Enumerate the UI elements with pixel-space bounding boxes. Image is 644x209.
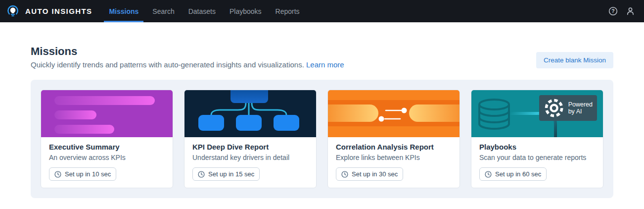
setup-time-label: Set up in 15 sec	[208, 170, 254, 178]
gear-icon	[543, 97, 565, 119]
clock-icon	[485, 171, 492, 178]
svg-text:?: ?	[611, 8, 614, 14]
correlation-analysis-art	[328, 90, 460, 137]
nav-item-playbooks[interactable]: Playbooks	[230, 0, 262, 22]
mission-templates-panel: Executive Summary An overview across KPI…	[31, 80, 613, 198]
card-description: Understand key drivers in detail	[192, 154, 308, 161]
page-header-text: Missions Quickly identify trends and pat…	[31, 45, 344, 69]
playbooks-art: Powered by AI	[471, 90, 603, 137]
card-title: Playbooks	[479, 143, 595, 151]
nav-item-search[interactable]: Search	[152, 0, 174, 22]
card-correlation-analysis[interactable]: Correlation Analysis Report Explore link…	[327, 90, 460, 188]
powered-by-ai-label: Powered by AI	[568, 101, 593, 115]
top-nav: AUTO INSIGHTS Missions Search Datasets P…	[0, 0, 644, 22]
card-kpi-deep-dive[interactable]: KPI Deep Dive Report Understand key driv…	[184, 90, 317, 188]
card-playbooks[interactable]: Powered by AI Playbooks Scan your data t…	[471, 90, 603, 188]
nav-item-reports[interactable]: Reports	[276, 0, 300, 22]
card-body: Playbooks Scan your data to generate rep…	[471, 137, 603, 188]
setup-time-chip: Set up in 30 sec	[336, 167, 403, 181]
app-window: AUTO INSIGHTS Missions Search Datasets P…	[0, 0, 644, 209]
card-title: Executive Summary	[49, 143, 165, 151]
card-description: Scan your data to generate reports	[479, 154, 595, 161]
card-description: An overview across KPIs	[49, 154, 165, 161]
user-icon[interactable]	[626, 6, 635, 16]
page-header: Missions Quickly identify trends and pat…	[31, 45, 613, 69]
nav-right-icons: ?	[608, 6, 635, 16]
card-body: KPI Deep Dive Report Understand key driv…	[184, 137, 316, 188]
setup-time-label: Set up in 10 sec	[65, 170, 111, 178]
bar-chart-shape	[54, 125, 114, 134]
nav-item-datasets[interactable]: Datasets	[188, 0, 216, 22]
brand-title: AUTO INSIGHTS	[25, 7, 92, 15]
card-description: Explore links between KPIs	[336, 154, 452, 161]
page-subtitle: Quickly identify trends and patterns wit…	[31, 60, 344, 69]
card-title: KPI Deep Dive Report	[192, 143, 308, 151]
nav-links: Missions Search Datasets Playbooks Repor…	[109, 0, 299, 22]
subtitle-text: Quickly identify trends and patterns wit…	[31, 60, 304, 69]
setup-time-label: Set up in 60 sec	[495, 170, 541, 178]
kpi-deep-dive-art	[184, 90, 316, 137]
nav-item-missions[interactable]: Missions	[109, 0, 138, 22]
clock-icon	[198, 171, 205, 178]
setup-time-chip: Set up in 10 sec	[49, 167, 116, 181]
flowchart-graphic	[184, 90, 316, 137]
executive-summary-art	[41, 90, 173, 137]
create-blank-mission-button[interactable]: Create blank Mission	[536, 52, 613, 68]
bar-chart-shape	[54, 110, 96, 119]
powered-by-ai-badge: Powered by AI	[539, 95, 597, 121]
main-content: Missions Quickly identify trends and pat…	[0, 45, 644, 198]
lightbulb-logo-icon[interactable]	[6, 5, 19, 18]
card-body: Correlation Analysis Report Explore link…	[328, 137, 460, 188]
clock-icon	[341, 171, 348, 178]
setup-time-chip: Set up in 60 sec	[479, 167, 547, 181]
card-body: Executive Summary An overview across KPI…	[41, 137, 173, 188]
setup-time-chip: Set up in 15 sec	[192, 167, 260, 181]
clock-icon	[54, 171, 61, 178]
setup-time-label: Set up in 30 sec	[352, 170, 398, 178]
card-title: Correlation Analysis Report	[336, 143, 452, 151]
learn-more-link[interactable]: Learn more	[306, 60, 344, 69]
help-circle-icon[interactable]: ?	[608, 6, 618, 16]
links-graphic	[328, 90, 460, 137]
card-executive-summary[interactable]: Executive Summary An overview across KPI…	[41, 90, 173, 188]
bar-chart-shape	[54, 96, 155, 105]
page-title: Missions	[31, 45, 344, 58]
